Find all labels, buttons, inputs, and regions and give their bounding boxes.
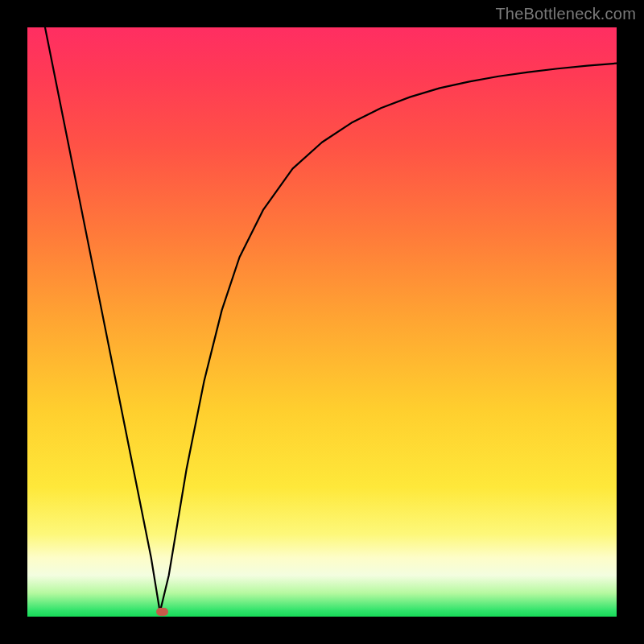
bottleneck-curve [27, 27, 617, 617]
minimum-marker [156, 608, 168, 616]
chart-frame: TheBottleneck.com [0, 0, 644, 644]
plot-area [27, 27, 617, 617]
watermark-label: TheBottleneck.com [495, 5, 636, 23]
